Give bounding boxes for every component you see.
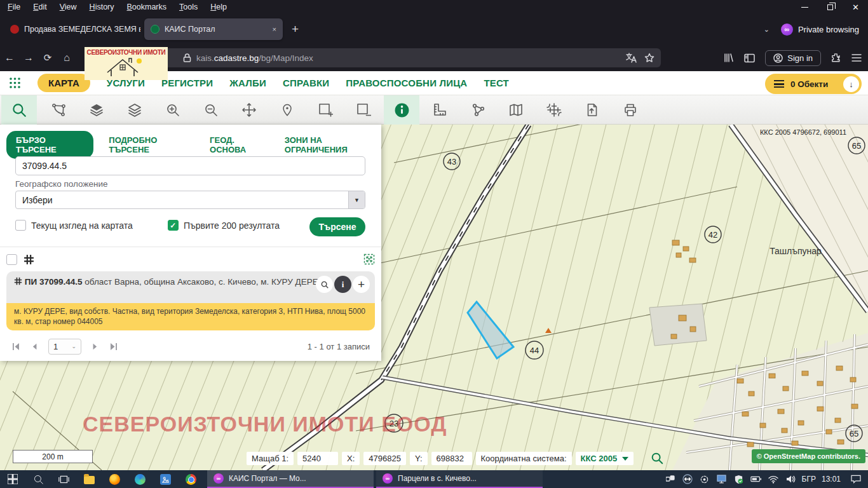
menu-tools[interactable]: Tools	[179, 3, 198, 11]
geo-select-caret-icon[interactable]: ▼	[348, 191, 365, 208]
notification-center-icon[interactable]	[850, 475, 862, 484]
first200-checkbox[interactable]: ✓	[168, 220, 179, 231]
tab-detailed-search[interactable]: ПОДРОБНО ТЪРСЕНЕ	[109, 135, 194, 154]
search-input[interactable]	[15, 156, 365, 175]
tab-prodava[interactable]: Продава ЗЕМЕДЕЛСКА ЗЕМЯ в ×	[4, 18, 140, 40]
chrome-icon[interactable]	[178, 470, 203, 488]
page-select[interactable]: 1⌄	[48, 339, 81, 355]
restore-icon[interactable]	[827, 4, 833, 10]
tool-info[interactable]	[384, 95, 419, 125]
tool-print[interactable]	[613, 95, 648, 125]
result-add-icon[interactable]: +	[353, 276, 370, 293]
tool-ruler[interactable]	[422, 95, 458, 125]
firefox-icon[interactable]	[102, 470, 127, 488]
taskbar-window-parceli[interactable]: ∞ Парцели в с. Кичево...	[376, 470, 543, 488]
tool-search[interactable]	[1, 95, 37, 125]
geo-position-select[interactable]: Избери ▼	[15, 191, 365, 209]
tab-quick-search[interactable]: БЪРЗО ТЪРСЕНЕ	[6, 131, 93, 159]
tab-restriction-zones[interactable]: ЗОНИ НА ОГРАНИЧЕНИЯ	[285, 135, 381, 154]
tray-wifi-icon[interactable]	[768, 475, 779, 484]
task-view-icon[interactable]	[51, 470, 76, 488]
menu-view[interactable]: View	[60, 3, 77, 11]
menu-help[interactable]: Help	[210, 3, 227, 11]
sidebar-icon[interactable]	[744, 53, 755, 63]
file-explorer-icon[interactable]	[76, 470, 102, 488]
nav-spravki[interactable]: СПРАВКИ	[283, 78, 329, 88]
nav-registri[interactable]: РЕГИСТРИ	[161, 78, 213, 88]
apps-grid-icon[interactable]	[9, 77, 21, 89]
tray-overflow-icon[interactable]	[665, 475, 676, 483]
minimize-icon[interactable]	[801, 7, 808, 8]
nav-test[interactable]: ТЕСТ	[484, 78, 509, 88]
edge-icon[interactable]	[127, 470, 153, 488]
library-icon[interactable]	[724, 53, 734, 63]
menu-bookmarks[interactable]: Bookmarks	[127, 3, 167, 11]
objects-download-icon[interactable]: ↓	[843, 76, 859, 92]
tool-zoom-out[interactable]	[193, 95, 229, 125]
tray-teamviewer-icon[interactable]	[682, 474, 693, 484]
last-page-icon[interactable]	[109, 342, 118, 351]
nav-zhalbi[interactable]: ЖАЛБИ	[229, 78, 266, 88]
extensions-puzzle-icon[interactable]	[831, 53, 841, 63]
tool-extent-add[interactable]	[308, 95, 343, 125]
home-icon[interactable]: ⌂	[57, 52, 76, 64]
photos-app-icon[interactable]	[153, 470, 178, 488]
forward-icon[interactable]: →	[19, 52, 38, 64]
tray-security-icon[interactable]	[733, 475, 745, 484]
osm-attribution[interactable]: © OpenStreetMap contributors.	[752, 449, 865, 463]
first-page-icon[interactable]	[11, 342, 20, 351]
result-info-icon[interactable]: i	[334, 276, 351, 293]
taskbar-window-kais[interactable]: ∞ КАИС Портал — Mo...	[207, 470, 374, 488]
x-input[interactable]: 4796825	[363, 452, 406, 465]
lock-icon[interactable]	[183, 53, 191, 62]
result-zoom-icon[interactable]	[316, 276, 333, 293]
status-search-icon[interactable]	[650, 451, 664, 465]
menu-history[interactable]: History	[90, 3, 114, 11]
app-menu-hamburger-icon[interactable]	[851, 53, 862, 62]
tool-share-network[interactable]	[460, 95, 496, 125]
taskbar-search-icon[interactable]	[25, 470, 51, 488]
menu-edit[interactable]: Edit	[33, 3, 47, 11]
search-button[interactable]: Търсене	[309, 217, 365, 236]
tab-kais-portal[interactable]: КАИС Портал ×	[144, 18, 283, 40]
new-tab-button[interactable]: +	[292, 22, 299, 36]
scale-input[interactable]: 5240	[297, 452, 338, 465]
signin-button[interactable]: Sign in	[765, 50, 821, 66]
menu-file[interactable]: File	[8, 3, 20, 11]
tool-layers-filled[interactable]	[79, 95, 114, 125]
tool-coordinates-crosshair[interactable]	[536, 95, 572, 125]
tray-display-icon[interactable]	[716, 475, 728, 484]
current-view-checkbox[interactable]	[15, 220, 26, 231]
tool-layers-outline[interactable]	[117, 95, 153, 125]
prev-page-icon[interactable]	[31, 342, 38, 351]
tray-capture-icon[interactable]	[699, 475, 710, 484]
tray-battery-icon[interactable]	[750, 475, 762, 483]
tool-extent-remove[interactable]	[346, 95, 381, 125]
reload-icon[interactable]: ⟳	[38, 52, 57, 64]
back-icon[interactable]: ←	[0, 52, 19, 64]
tool-export-document[interactable]	[574, 95, 610, 125]
nav-pravosposobni-litsa[interactable]: ПРАВОСПОСОБНИ ЛИЦА	[346, 78, 467, 88]
tool-locate-pin[interactable]	[269, 95, 305, 125]
translate-icon[interactable]	[626, 53, 637, 63]
objects-badge[interactable]: 0 Обекти ↓	[765, 74, 862, 94]
tool-pan[interactable]	[231, 95, 267, 125]
select-all-checkbox[interactable]	[6, 254, 17, 265]
tool-zoom-in[interactable]	[155, 95, 191, 125]
tab-geodetic-base[interactable]: ГЕОД. ОСНОВА	[210, 135, 269, 154]
list-tabs-chevron-icon[interactable]: ⌄	[764, 25, 770, 34]
url-field[interactable]: kais.cadastre.bg/bg/Map/Index	[95, 48, 661, 67]
clock[interactable]: 13:01	[822, 475, 841, 484]
language-indicator[interactable]: БГР	[802, 475, 816, 484]
tab2-close-icon[interactable]: ×	[273, 25, 276, 33]
start-button[interactable]	[0, 470, 25, 488]
y-input[interactable]: 698832	[431, 452, 472, 465]
nav-karta[interactable]: КАРТА	[37, 74, 90, 92]
bookmark-star-icon[interactable]	[644, 53, 654, 63]
crs-select[interactable]: ККС 2005	[576, 452, 634, 465]
tool-basemap[interactable]	[498, 95, 534, 125]
next-page-icon[interactable]	[92, 342, 99, 351]
close-icon[interactable]: ✕	[852, 3, 859, 11]
tray-volume-icon[interactable]	[785, 475, 796, 484]
result-row[interactable]: ПИ 37099.44.5 област Варна, община Аксак…	[6, 271, 375, 303]
